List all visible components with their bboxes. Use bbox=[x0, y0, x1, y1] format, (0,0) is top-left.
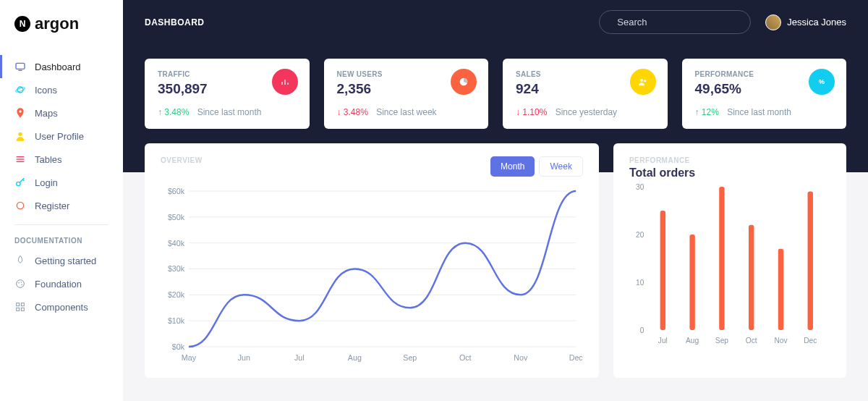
docs-heading: DOCUMENTATION bbox=[0, 232, 123, 249]
svg-rect-19 bbox=[17, 308, 20, 311]
search-box[interactable] bbox=[599, 10, 751, 34]
sidebar: N argon DashboardIconsMapsUser ProfileTa… bbox=[0, 0, 123, 401]
brand-logo[interactable]: N argon bbox=[0, 14, 123, 55]
svg-line-11 bbox=[22, 180, 24, 181]
sidebar-item-tables[interactable]: Tables bbox=[0, 148, 123, 171]
svg-rect-20 bbox=[21, 308, 24, 311]
svg-text:$40k: $40k bbox=[168, 239, 185, 248]
planet-icon bbox=[14, 84, 26, 96]
arrow-down-icon: ↓ 1.10% bbox=[516, 107, 547, 117]
sidebar-item-label: Tables bbox=[35, 154, 62, 165]
svg-rect-0 bbox=[16, 63, 25, 69]
svg-rect-64 bbox=[778, 249, 783, 330]
sidebar-item-label: User Profile bbox=[35, 131, 84, 142]
svg-text:$10k: $10k bbox=[168, 316, 185, 325]
stat-delta: ↓ 1.10% Since yesterday bbox=[516, 107, 655, 117]
svg-text:Jul: Jul bbox=[294, 353, 305, 362]
svg-point-9 bbox=[17, 182, 20, 185]
docs-item-label: Getting started bbox=[35, 256, 96, 266]
user-menu[interactable]: Jessica Jones bbox=[765, 14, 846, 30]
svg-text:20: 20 bbox=[636, 230, 644, 239]
svg-text:Nov: Nov bbox=[514, 353, 528, 362]
sidebar-item-login[interactable]: Login bbox=[0, 171, 123, 194]
stat-card-sales: SALES 924 ↓ 1.10% Since yesterday bbox=[503, 59, 668, 129]
stat-card-performance: PERFORMANCE 49,65% % ↑ 12% Since last mo… bbox=[682, 59, 847, 129]
sidebar-item-maps[interactable]: Maps bbox=[0, 101, 123, 124]
tab-week[interactable]: Week bbox=[539, 156, 582, 177]
page-title: DASHBOARD bbox=[145, 17, 205, 28]
arrow-up-icon: ↑ 3.48% bbox=[158, 107, 189, 117]
grid-icon bbox=[14, 301, 26, 313]
svg-point-13 bbox=[17, 280, 25, 288]
topbar: DASHBOARD Jessica Jones bbox=[123, 0, 868, 44]
sidebar-item-label: Icons bbox=[35, 85, 57, 96]
avatar bbox=[765, 14, 781, 30]
svg-text:$0k: $0k bbox=[172, 342, 185, 351]
orders-overline: PERFORMANCE bbox=[629, 156, 830, 164]
svg-point-16 bbox=[21, 284, 22, 286]
svg-rect-66 bbox=[807, 192, 812, 330]
svg-rect-60 bbox=[719, 187, 724, 330]
stat-delta: ↑ 12% Since last month bbox=[695, 107, 834, 117]
docs-item-label: Foundation bbox=[35, 279, 82, 290]
stat-delta: ↑ 3.48% Since last month bbox=[158, 107, 297, 117]
docs-item-getting-started[interactable]: Getting started bbox=[0, 249, 123, 272]
pin-icon bbox=[14, 107, 26, 119]
sidebar-item-label: Dashboard bbox=[35, 62, 81, 72]
sidebar-item-icons[interactable]: Icons bbox=[0, 78, 123, 101]
divider bbox=[14, 224, 109, 225]
tab-month[interactable]: Month bbox=[490, 156, 535, 177]
list-icon bbox=[14, 153, 26, 165]
users-icon bbox=[630, 69, 656, 95]
svg-text:Dec: Dec bbox=[804, 336, 817, 345]
stat-note: Since last month bbox=[197, 107, 262, 117]
svg-text:Oct: Oct bbox=[459, 353, 472, 362]
svg-point-14 bbox=[18, 282, 20, 284]
svg-point-4 bbox=[19, 110, 21, 112]
stat-delta: ↓ 3.48% Since last week bbox=[337, 107, 476, 117]
main: DASHBOARD Jessica Jones TRAFFIC 350,897 … bbox=[123, 0, 868, 401]
sidebar-item-label: Login bbox=[35, 177, 58, 188]
svg-text:Sep: Sep bbox=[715, 336, 728, 345]
sidebar-item-register[interactable]: Register bbox=[0, 194, 123, 217]
svg-text:Aug: Aug bbox=[348, 353, 362, 362]
key-icon bbox=[14, 177, 26, 188]
sidebar-item-dashboard[interactable]: Dashboard bbox=[0, 55, 123, 78]
svg-text:Aug: Aug bbox=[686, 336, 699, 345]
orders-chart: 0102030JulAugSepOctNovDec bbox=[629, 180, 830, 346]
chart-icon bbox=[272, 69, 298, 95]
svg-point-27 bbox=[640, 79, 643, 82]
docs-item-components[interactable]: Components bbox=[0, 295, 123, 318]
overview-chart: $0k$10k$20k$30k$40k$50k$60kMayJunJulAugS… bbox=[161, 184, 583, 365]
svg-text:Jun: Jun bbox=[238, 353, 250, 362]
svg-rect-18 bbox=[21, 303, 24, 306]
svg-text:$60k: $60k bbox=[168, 187, 185, 195]
percent-icon: % bbox=[809, 69, 835, 95]
svg-rect-62 bbox=[749, 225, 754, 330]
overview-overline: OVERVIEW bbox=[161, 156, 203, 164]
brand-mark-icon: N bbox=[14, 16, 30, 32]
svg-rect-56 bbox=[660, 211, 665, 330]
svg-text:Oct: Oct bbox=[746, 336, 757, 345]
search-input[interactable] bbox=[617, 17, 739, 28]
person-icon bbox=[14, 130, 26, 142]
docs-item-foundation[interactable]: Foundation bbox=[0, 272, 123, 295]
svg-text:Dec: Dec bbox=[569, 353, 583, 362]
orders-card: PERFORMANCE Total orders 0102030JulAugSe… bbox=[613, 143, 846, 378]
svg-text:Sep: Sep bbox=[403, 353, 417, 362]
svg-text:Nov: Nov bbox=[774, 336, 788, 345]
stat-note: Since last week bbox=[376, 107, 436, 117]
sidebar-item-label: Maps bbox=[35, 108, 58, 119]
palette-icon bbox=[14, 278, 26, 290]
arrow-up-icon: ↑ 12% bbox=[695, 107, 719, 117]
svg-text:0: 0 bbox=[640, 326, 644, 334]
user-name: Jessica Jones bbox=[787, 17, 846, 28]
svg-text:%: % bbox=[819, 78, 825, 85]
svg-point-15 bbox=[21, 282, 22, 283]
svg-rect-17 bbox=[17, 303, 20, 306]
svg-point-3 bbox=[15, 87, 25, 93]
stat-note: Since yesterday bbox=[556, 107, 617, 117]
overview-card: OVERVIEW Month Week $0k$10k$20k$30k$40k$… bbox=[145, 143, 599, 378]
sidebar-item-user-profile[interactable]: User Profile bbox=[0, 124, 123, 148]
svg-text:$30k: $30k bbox=[168, 264, 185, 273]
